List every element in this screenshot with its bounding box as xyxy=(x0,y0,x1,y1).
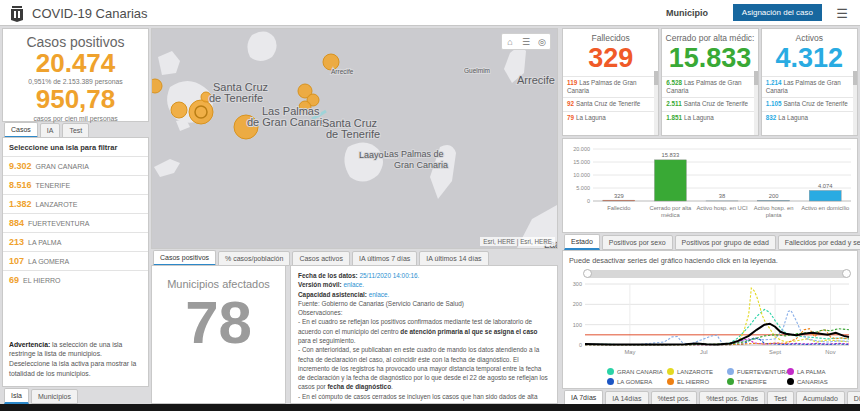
scrollbar[interactable] xyxy=(853,71,857,135)
stat-card-rows: 1.214Las Palmas de Gran Canaria1.105Sant… xyxy=(762,76,857,124)
legend-icon[interactable]: ☰ xyxy=(518,34,534,49)
casos-positivos-card: Casos positivos 20.474 0,951% de 2.153.3… xyxy=(2,28,149,122)
map-tab-ia-ltimos-7-d-as[interactable]: IA últimos 7 días xyxy=(352,251,417,266)
info-text: - En el cómputo de casos cerrados se inc… xyxy=(298,393,546,404)
scrollbar[interactable] xyxy=(754,71,758,135)
island-row-el-hierro[interactable]: 69EL HIERRO xyxy=(3,270,148,289)
ia-line-chart: 0100200300MayJulSeptNov xyxy=(563,279,855,363)
stat-card-value: 15.833 xyxy=(662,43,757,74)
series-lanzarote xyxy=(585,288,849,345)
bar-value-label: 15.833 xyxy=(662,152,680,158)
bar-category-label: planta xyxy=(766,212,783,218)
legend-item-el-hierro[interactable]: EL HIERRO xyxy=(667,378,727,385)
info-line: - Con anterioridad, se publicaban en est… xyxy=(298,345,550,391)
island-row-tenerife[interactable]: 8.516TENERIFE xyxy=(3,175,148,194)
estado-tab-estado[interactable]: Estado xyxy=(564,234,600,250)
scrollbar-thumb[interactable] xyxy=(754,71,758,85)
case-bubble[interactable] xyxy=(152,79,162,93)
row-name: La Laguna xyxy=(576,114,606,121)
slider-handle-left[interactable] xyxy=(583,269,592,278)
asignacion-del-caso-button[interactable]: Asignación del caso xyxy=(733,4,822,21)
island-shape xyxy=(247,31,276,61)
legend-item-canarias[interactable]: CANARIAS xyxy=(787,378,847,385)
tab-test[interactable]: Test xyxy=(62,123,89,138)
stat-card-value: 4.312 xyxy=(762,43,857,74)
slider-handle-right[interactable] xyxy=(842,269,851,278)
legend-item-tenerife[interactable]: TENERIFE xyxy=(727,378,787,385)
map-label: Arrecife xyxy=(331,68,354,75)
stat-card-title: Activos xyxy=(762,33,857,43)
map-attribution: Esri, HERE | Esri, HERE xyxy=(480,237,555,246)
map-tab-casos-positivos[interactable]: Casos positivos xyxy=(153,250,216,266)
casos-positivos-rate: 950,78 xyxy=(3,86,148,113)
island-count: 69 xyxy=(9,275,19,285)
info-text: Fecha de los datos: xyxy=(298,272,359,279)
stat-card-cerrado-por-alta-m-dic-: Cerrado por alta médic:15.8336.528Las Pa… xyxy=(661,28,758,136)
case-bubble[interactable] xyxy=(171,102,187,118)
legend-dot xyxy=(607,378,614,385)
y-tick-label: 200 xyxy=(573,301,582,307)
island-row-fuerteventura[interactable]: 884FUERTEVENTURA xyxy=(3,213,148,232)
map-canvas[interactable]: ArrecifeSanta Cruzde TenerifeLas Palmasd… xyxy=(152,29,557,248)
map[interactable]: ArrecifeSanta Cruzde TenerifeLas Palmasd… xyxy=(151,28,558,249)
estado-tab-positivos-por-grupo-de-edad[interactable]: Positivos por grupo de edad xyxy=(675,235,776,250)
map-controls: ⌂☰◎ xyxy=(501,33,551,50)
island-row-la-gomera[interactable]: 107LA GOMERA xyxy=(3,251,148,270)
scrollbar-thumb[interactable] xyxy=(853,71,857,85)
legend-label: LA GOMERA xyxy=(617,379,652,385)
map-tab-ia-ltimos-14-d-as[interactable]: IA últimos 14 días xyxy=(419,251,488,266)
scrollbar[interactable] xyxy=(654,71,658,135)
advertencia-bold: Advertencia: xyxy=(9,341,50,348)
info-link[interactable]: 25/11/2020 14:00:16. xyxy=(359,272,419,279)
legend-item-la-gomera[interactable]: LA GOMERA xyxy=(607,378,667,385)
casos-positivos-rate-label: casos por cien mil personas xyxy=(3,115,148,122)
estado-tab-fallecidos-por-edad-y-sexo[interactable]: Fallecidos por edad y sexo xyxy=(778,235,860,250)
tab-ia[interactable]: IA xyxy=(40,123,61,138)
bar[interactable] xyxy=(603,200,635,201)
menu-icon[interactable]: ☰ xyxy=(836,6,848,21)
island-name: LANZAROTE xyxy=(36,201,78,208)
island-row-lanzarote[interactable]: 1.382LANZAROTE xyxy=(3,194,148,213)
estado-tab-positivos-por-sexo[interactable]: Positivos por sexo xyxy=(602,235,673,250)
legend-hint-text: Puede desactivar series del gráfico haci… xyxy=(563,251,857,267)
series-canarias xyxy=(585,324,849,345)
legend-item-fuerteventura[interactable]: FUERTEVENTURA xyxy=(727,368,787,375)
stat-card-row: 92Santa Cruz de Tenerife xyxy=(563,97,658,110)
legend-item-lanzarote[interactable]: LANZAROTE xyxy=(667,368,727,375)
legend-dot xyxy=(667,368,674,375)
tab-municipios[interactable]: Municipios xyxy=(31,389,78,404)
bar[interactable] xyxy=(809,190,841,201)
island-row-la-palma[interactable]: 213LA PALMA xyxy=(3,232,148,251)
basemap-icon[interactable]: ◎ xyxy=(534,34,550,49)
map-tab-casos-activos[interactable]: Casos activos xyxy=(292,251,350,266)
info-text: fecha de diagnóstico xyxy=(327,383,391,390)
home-icon[interactable]: ⌂ xyxy=(502,34,518,49)
legend-item-gran-canaria[interactable]: GRAN CANARIA xyxy=(607,368,667,375)
row-name: La Laguna xyxy=(778,114,808,121)
bar-category-label: médica xyxy=(661,212,680,218)
bar[interactable] xyxy=(758,200,790,201)
island-row-gran-canaria[interactable]: 9.302GRAN CANARIA xyxy=(3,156,148,175)
scrollbar-thumb[interactable] xyxy=(654,71,658,85)
bar[interactable] xyxy=(654,160,686,201)
legend-item-la-palma[interactable]: LA PALMA xyxy=(787,368,847,375)
time-range-slider[interactable] xyxy=(585,270,849,278)
info-line: Versión móvil: enlace. xyxy=(298,280,550,289)
row-value: 119 xyxy=(567,79,577,86)
tab-casos[interactable]: Casos xyxy=(4,122,38,138)
row-name: Santa Cruz de Tenerife xyxy=(783,100,847,107)
tab-isla[interactable]: Isla xyxy=(4,388,29,404)
y-tick-label: 100 xyxy=(573,322,582,328)
info-link[interactable]: enlace. xyxy=(343,281,364,288)
island-name: LA PALMA xyxy=(28,239,61,246)
legend-dot xyxy=(727,368,734,375)
map-label: de Gran Canaria xyxy=(247,116,329,128)
info-text: . xyxy=(391,383,393,390)
info-link[interactable]: enlace. xyxy=(369,291,390,298)
data-notes-panel: Fecha de los datos: 25/11/2020 14:00:16.… xyxy=(290,265,558,404)
y-tick-label: 0 xyxy=(587,198,590,204)
island-count: 107 xyxy=(9,256,24,266)
stat-card-activos: Activos4.3121.214Las Palmas de Gran Cana… xyxy=(761,28,858,136)
info-text: de atención primaria al que se asigna el… xyxy=(400,328,537,335)
map-tab--casos-poblaci-n[interactable]: % casos/población xyxy=(218,251,290,266)
